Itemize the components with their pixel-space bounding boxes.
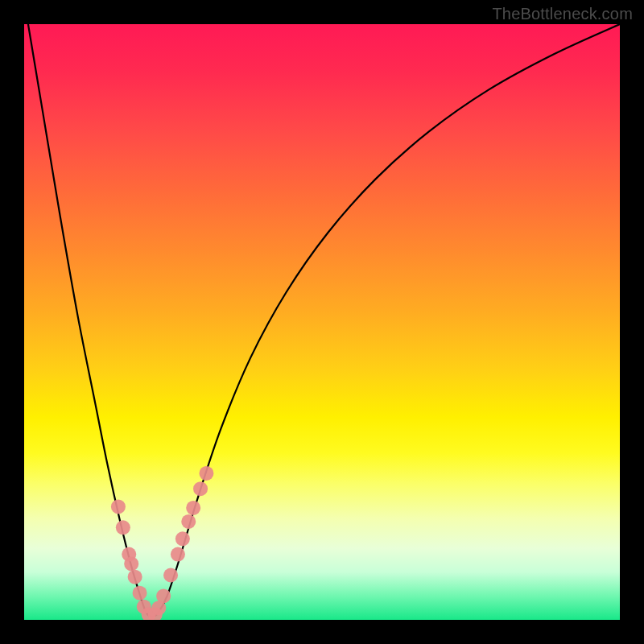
- plot-area: [24, 24, 620, 620]
- data-marker: [124, 556, 138, 571]
- chart-svg: [24, 24, 620, 620]
- chart-container: TheBottleneck.com: [0, 0, 644, 644]
- data-marker: [128, 570, 142, 584]
- watermark-text: TheBottleneck.com: [492, 5, 633, 23]
- data-marker: [175, 531, 190, 546]
- data-marker: [193, 481, 208, 496]
- data-marker: [111, 499, 126, 514]
- data-marker: [171, 547, 185, 562]
- data-markers: [111, 466, 214, 620]
- bottleneck-curve: [24, 24, 620, 617]
- data-marker: [186, 501, 200, 515]
- data-marker: [181, 514, 196, 529]
- data-marker: [156, 588, 171, 603]
- data-marker: [163, 568, 178, 583]
- data-marker: [199, 466, 213, 481]
- data-marker: [133, 586, 147, 601]
- data-marker: [116, 520, 130, 535]
